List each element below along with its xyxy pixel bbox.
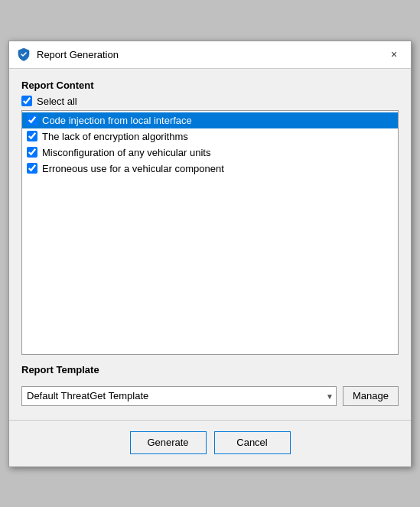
list-item[interactable]: Code injection from local interface — [22, 112, 398, 128]
dialog-body: Report Content Select all Code injection… — [9, 69, 411, 417]
generate-button[interactable]: Generate — [130, 431, 207, 454]
manage-button[interactable]: Manage — [343, 386, 399, 406]
item-2-checkbox[interactable] — [27, 131, 37, 141]
item-2-label: The lack of encryption algorithms — [42, 131, 188, 142]
report-content-section: Report Content Select all Code injection… — [21, 80, 399, 355]
item-1-label: Code injection from local interface — [42, 115, 192, 126]
dialog-footer: Generate Cancel — [9, 424, 411, 466]
template-row: Default ThreatGet Template ▼ Manage — [21, 386, 399, 406]
item-3-checkbox[interactable] — [27, 147, 37, 158]
select-all-row: Select all — [21, 96, 399, 107]
report-template-label: Report Template — [21, 364, 399, 375]
cancel-button[interactable]: Cancel — [214, 431, 291, 454]
select-all-checkbox[interactable] — [21, 96, 32, 106]
list-item[interactable]: Misconfiguration of any vehicular units — [22, 145, 398, 161]
select-all-label[interactable]: Select all — [37, 96, 77, 107]
report-content-label: Report Content — [21, 80, 399, 91]
title-bar-left: Report Generation — [17, 47, 119, 61]
item-1-checkbox[interactable] — [27, 115, 37, 125]
report-template-section: Report Template Default ThreatGet Templa… — [21, 364, 399, 406]
app-icon — [17, 47, 31, 61]
item-3-label: Misconfiguration of any vehicular units — [42, 147, 210, 158]
dialog-title: Report Generation — [37, 49, 119, 60]
list-item[interactable]: The lack of encryption algorithms — [22, 128, 398, 145]
close-button[interactable]: × — [385, 45, 403, 63]
footer-divider — [9, 420, 411, 421]
item-4-checkbox[interactable] — [27, 163, 37, 174]
template-select[interactable]: Default ThreatGet Template — [21, 386, 337, 406]
list-item[interactable]: Erroneous use for a vehicular component — [22, 161, 398, 177]
items-list[interactable]: Code injection from local interface The … — [21, 110, 399, 355]
dialog: Report Generation × Report Content Selec… — [8, 41, 412, 467]
template-select-wrapper: Default ThreatGet Template ▼ — [21, 386, 337, 406]
item-4-label: Erroneous use for a vehicular component — [42, 163, 224, 174]
title-bar: Report Generation × — [9, 41, 411, 69]
